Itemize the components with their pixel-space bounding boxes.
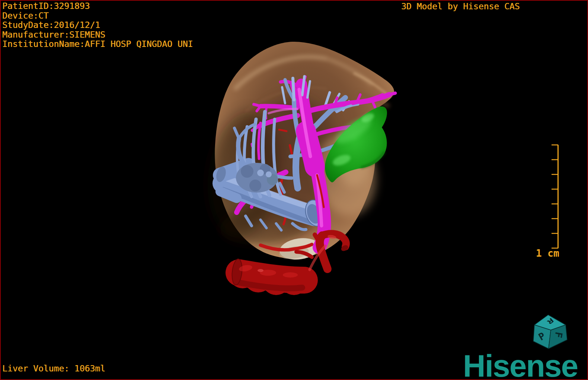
scale-bar — [552, 145, 558, 248]
orientation-cube[interactable]: R P F — [533, 315, 567, 349]
scale-bar-ticks — [552, 145, 558, 248]
scale-bar-label: 1 cm — [536, 248, 559, 259]
liver-volume-readout: Liver Volume: 1063ml — [2, 364, 105, 374]
liver-3d-model: 1 cm R P F — [1, 1, 587, 379]
patient-id-line: PatientID:3291893 — [2, 1, 193, 11]
watermark-text: 3D Model by Hisense CAS — [401, 2, 520, 12]
institution-line: InstitutionName:AFFI HOSP QINGDAO UNI — [2, 39, 193, 49]
3d-viewport[interactable]: 1 cm R P F — [1, 1, 587, 379]
device-line: Device:CT — [2, 11, 193, 21]
hisense-logo: Hisense — [463, 350, 578, 380]
patient-info-overlay: PatientID:3291893 Device:CT StudyDate:20… — [2, 1, 193, 49]
cas-3d-viewer-window: 1 cm R P F PatientID:3291893 Device:CT S… — [0, 0, 588, 380]
manufacturer-line: Manufacturer:SIEMENS — [2, 30, 193, 40]
study-date-line: StudyDate:2016/12/1 — [2, 20, 193, 30]
